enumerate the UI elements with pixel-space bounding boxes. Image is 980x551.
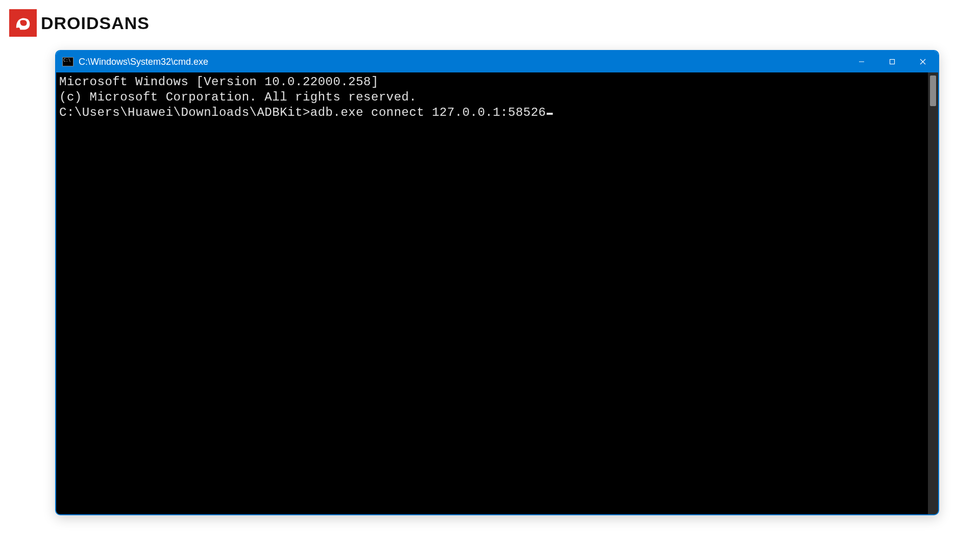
window-title: C:\Windows\System32\cmd.exe bbox=[79, 57, 208, 67]
maximize-icon bbox=[889, 58, 896, 65]
terminal-line: (c) Microsoft Corporation. All rights re… bbox=[59, 90, 925, 105]
maximize-button[interactable] bbox=[877, 51, 908, 72]
terminal-area: Microsoft Windows [Version 10.0.22000.25… bbox=[56, 72, 938, 514]
window-titlebar[interactable]: C:\Windows\System32\cmd.exe bbox=[56, 51, 938, 72]
brand-watermark: DROIDSANS bbox=[9, 9, 150, 37]
terminal-line: Microsoft Windows [Version 10.0.22000.25… bbox=[59, 74, 925, 90]
close-button[interactable] bbox=[908, 51, 938, 72]
page-container: DROIDSANS C:\Windows\System32\cmd.exe Mi… bbox=[0, 0, 980, 551]
terminal-line-text: C:\Users\Huawei\Downloads\ADBKit>adb.exe… bbox=[59, 106, 546, 119]
cmd-window: C:\Windows\System32\cmd.exe Microsoft Wi… bbox=[55, 50, 939, 515]
terminal-prompt-line: C:\Users\Huawei\Downloads\ADBKit>adb.exe… bbox=[59, 105, 925, 120]
brand-text: DROIDSANS bbox=[37, 13, 150, 33]
terminal-scrollbar[interactable] bbox=[928, 72, 938, 514]
svg-rect-1 bbox=[890, 60, 895, 64]
close-icon bbox=[919, 58, 926, 65]
droidsans-logo-icon bbox=[9, 9, 37, 37]
scrollbar-thumb[interactable] bbox=[930, 76, 936, 106]
minimize-icon bbox=[858, 58, 865, 65]
cmd-icon bbox=[62, 57, 74, 66]
cursor-icon bbox=[547, 113, 553, 115]
minimize-button[interactable] bbox=[846, 51, 877, 72]
terminal-content[interactable]: Microsoft Windows [Version 10.0.22000.25… bbox=[56, 72, 928, 514]
window-controls bbox=[846, 51, 938, 72]
